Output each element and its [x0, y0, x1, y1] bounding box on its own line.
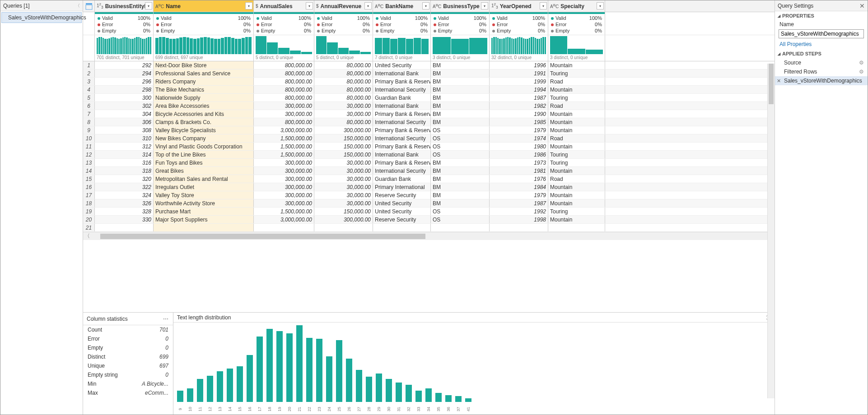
- cell[interactable]: Touring: [548, 208, 605, 215]
- row-index[interactable]: 9: [83, 126, 95, 134]
- cell[interactable]: Road: [548, 175, 605, 183]
- cell[interactable]: 312: [95, 143, 154, 150]
- table-row[interactable]: 4298The Bike Mechanics800,000.0080,000.0…: [83, 86, 775, 94]
- cell[interactable]: Road: [548, 102, 605, 110]
- cell[interactable]: International Security: [373, 167, 431, 175]
- table-row[interactable]: 12314Top of the Line Bikes1,500,000.0015…: [83, 151, 775, 159]
- row-index[interactable]: 10: [83, 134, 95, 142]
- close-icon[interactable]: ✕: [859, 2, 865, 9]
- row-index[interactable]: 5: [83, 94, 95, 101]
- cell[interactable]: Mountain: [548, 216, 605, 223]
- cell[interactable]: 800,000.00: [254, 94, 314, 101]
- cell[interactable]: 800,000.00: [254, 78, 314, 85]
- cell[interactable]: OS: [431, 208, 490, 215]
- cell[interactable]: Mountain: [548, 191, 605, 199]
- cell[interactable]: 800,000.00: [254, 61, 314, 69]
- row-index[interactable]: 7: [83, 110, 95, 118]
- table-row[interactable]: 7304Bicycle Accessories and Kits300,000.…: [83, 110, 775, 118]
- cell[interactable]: 1979: [490, 126, 548, 134]
- cell[interactable]: 1987: [490, 199, 548, 207]
- row-index[interactable]: 19: [83, 208, 95, 215]
- cell[interactable]: 300,000.00: [254, 199, 314, 207]
- cell[interactable]: Primary Bank & Reserve: [373, 126, 431, 134]
- cell[interactable]: 30,000.00: [314, 199, 373, 207]
- cell[interactable]: Purchase Mart: [154, 208, 254, 215]
- cell[interactable]: Worthwhile Activity Store: [154, 199, 254, 207]
- cell[interactable]: 1985: [490, 118, 548, 126]
- cell[interactable]: Touring: [548, 159, 605, 166]
- row-index[interactable]: 14: [83, 167, 95, 175]
- cell[interactable]: 328: [95, 208, 154, 215]
- cell[interactable]: Primary Bank & Reserve: [373, 78, 431, 85]
- cell[interactable]: International Security: [373, 134, 431, 142]
- row-index[interactable]: 1: [83, 61, 95, 69]
- table-options-button[interactable]: [83, 0, 95, 12]
- row-index[interactable]: 6: [83, 102, 95, 110]
- cell[interactable]: Mountain: [548, 61, 605, 69]
- vscroll-thumb[interactable]: [769, 64, 774, 104]
- row-index[interactable]: 17: [83, 191, 95, 199]
- cell[interactable]: [373, 224, 431, 231]
- cell[interactable]: Mountain: [548, 86, 605, 93]
- cell[interactable]: BM: [431, 159, 490, 166]
- dropdown-icon[interactable]: ▾: [422, 2, 429, 9]
- table-row[interactable]: 1292Next-Door Bike Store800,000.0080,000…: [83, 61, 775, 69]
- cell[interactable]: International Security: [373, 86, 431, 93]
- cell[interactable]: International Bank: [373, 102, 431, 110]
- query-name-input[interactable]: [779, 29, 864, 38]
- cell[interactable]: Primary Bank & Reserve: [373, 159, 431, 166]
- cell[interactable]: 1974: [490, 134, 548, 142]
- cell[interactable]: Next-Door Bike Store: [154, 61, 254, 69]
- table-row[interactable]: 21: [83, 224, 775, 232]
- cell[interactable]: Road: [548, 78, 605, 85]
- cell[interactable]: BM: [431, 199, 490, 207]
- cell[interactable]: Professional Sales and Service: [154, 69, 254, 77]
- row-index[interactable]: 20: [83, 216, 95, 223]
- cell[interactable]: The Bike Mechanics: [154, 86, 254, 93]
- cell[interactable]: 314: [95, 151, 154, 158]
- cell[interactable]: 300,000.00: [314, 216, 373, 223]
- cell[interactable]: Mountain: [548, 199, 605, 207]
- cell[interactable]: 316: [95, 159, 154, 166]
- cell[interactable]: 300,000.00: [254, 191, 314, 199]
- table-row[interactable]: 19328Purchase Mart1,500,000.00150,000.00…: [83, 208, 775, 216]
- cell[interactable]: 306: [95, 118, 154, 126]
- cell[interactable]: 30,000.00: [314, 175, 373, 183]
- cell[interactable]: Bicycle Accessories and Kits: [154, 110, 254, 118]
- row-index[interactable]: 15: [83, 175, 95, 183]
- gear-icon[interactable]: ⚙: [859, 69, 864, 75]
- cell[interactable]: United Security: [373, 208, 431, 215]
- row-index[interactable]: 13: [83, 159, 95, 166]
- query-list-item[interactable]: Sales_vStoreWithDemographics: [1, 12, 82, 23]
- row-index[interactable]: 4: [83, 86, 95, 93]
- cell[interactable]: Nationwide Supply: [154, 94, 254, 101]
- collapse-icon[interactable]: 〈: [75, 3, 80, 9]
- cell[interactable]: Area Bike Accessories: [154, 102, 254, 110]
- table-row[interactable]: 15320Metropolitan Sales and Rental300,00…: [83, 175, 775, 183]
- table-row[interactable]: 2294Professional Sales and Service800,00…: [83, 69, 775, 78]
- dropdown-icon[interactable]: ▾: [145, 2, 152, 9]
- dropdown-icon[interactable]: ▾: [597, 2, 604, 9]
- cell[interactable]: 1,500,000.00: [254, 151, 314, 158]
- cell[interactable]: 3,000,000.00: [254, 126, 314, 134]
- cell[interactable]: 1990: [490, 110, 548, 118]
- cell[interactable]: 800,000.00: [254, 86, 314, 93]
- cell[interactable]: 1981: [490, 167, 548, 175]
- cell[interactable]: 80,000.00: [314, 86, 373, 93]
- cell[interactable]: Touring: [548, 69, 605, 77]
- cell[interactable]: 1973: [490, 159, 548, 166]
- cell[interactable]: United Security: [373, 199, 431, 207]
- cell[interactable]: Guardian Bank: [373, 175, 431, 183]
- cell[interactable]: 1996: [490, 61, 548, 69]
- cell[interactable]: Reserve Security: [373, 191, 431, 199]
- cell[interactable]: Reserve Security: [373, 216, 431, 223]
- cell[interactable]: 1991: [490, 69, 548, 77]
- table-row[interactable]: 5300Nationwide Supply800,000.0080,000.00…: [83, 94, 775, 102]
- table-row[interactable]: 16322Irregulars Outlet300,000.0030,000.0…: [83, 183, 775, 191]
- cell[interactable]: 150,000.00: [314, 151, 373, 158]
- cell[interactable]: Primary Bank & Reserve: [373, 143, 431, 150]
- cell[interactable]: BM: [431, 78, 490, 85]
- cell[interactable]: 300,000.00: [314, 126, 373, 134]
- dropdown-icon[interactable]: ▾: [364, 2, 372, 9]
- cell[interactable]: 3,000,000.00: [254, 216, 314, 223]
